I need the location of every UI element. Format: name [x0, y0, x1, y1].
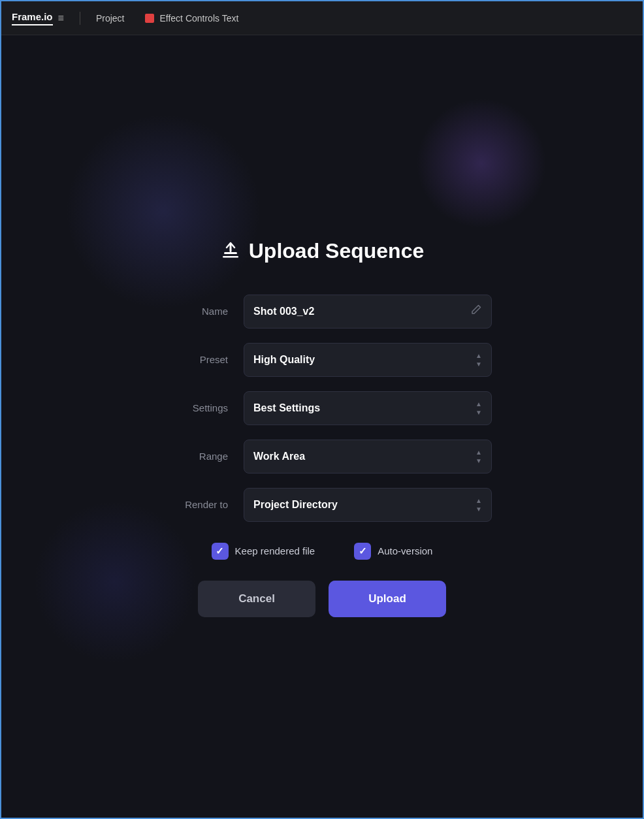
range-spinner[interactable]: ▲ ▼	[475, 449, 482, 464]
auto-version-label: Auto-version	[378, 545, 432, 556]
render-to-label: Render to	[152, 499, 244, 510]
dialog-title-text: Upload Sequence	[249, 239, 425, 263]
range-select[interactable]: Work Area ▲ ▼	[244, 440, 492, 474]
top-bar-divider	[80, 12, 80, 25]
svg-rect-0	[224, 252, 237, 254]
main-area: Upload Sequence Name Shot 003_v2 Preset	[1, 35, 643, 819]
render-to-select[interactable]: Project Directory ▲ ▼	[244, 488, 492, 522]
range-value: Work Area	[253, 451, 475, 462]
effect-controls-group: Effect Controls Text	[145, 13, 238, 24]
svg-rect-2	[223, 256, 238, 258]
settings-value: Best Settings	[253, 402, 475, 414]
render-to-row: Render to Project Directory ▲ ▼	[152, 488, 492, 522]
preset-spinner[interactable]: ▲ ▼	[475, 352, 482, 368]
keep-rendered-checkmark: ✓	[216, 545, 224, 557]
preset-label: Preset	[152, 354, 244, 365]
range-label: Range	[152, 451, 244, 462]
edit-icon[interactable]	[470, 304, 482, 319]
auto-version-checkbox[interactable]: ✓	[354, 543, 371, 560]
checkboxes-row: ✓ Keep rendered file ✓ Auto-version	[126, 543, 518, 560]
keep-rendered-checkbox[interactable]: ✓	[212, 543, 229, 560]
auto-version-checkbox-item: ✓ Auto-version	[354, 543, 432, 560]
name-value: Shot 003_v2	[253, 306, 470, 317]
render-to-spinner[interactable]: ▲ ▼	[475, 497, 482, 513]
project-label[interactable]: Project	[96, 13, 125, 24]
preset-row: Preset High Quality ▲ ▼	[152, 343, 492, 377]
top-bar: Frame.io ≡ Project Effect Controls Text	[1, 1, 643, 35]
arrow-up: ▲	[475, 352, 482, 359]
arrow-up: ▲	[475, 449, 482, 456]
settings-spinner[interactable]: ▲ ▼	[475, 400, 482, 416]
range-row: Range Work Area ▲ ▼	[152, 440, 492, 474]
arrow-up: ▲	[475, 400, 482, 408]
dialog-title-row: Upload Sequence	[126, 239, 518, 263]
upload-dialog: Upload Sequence Name Shot 003_v2 Preset	[126, 226, 518, 630]
settings-row: Settings Best Settings ▲ ▼	[152, 391, 492, 425]
keep-rendered-checkbox-item: ✓ Keep rendered file	[212, 543, 315, 560]
settings-label: Settings	[152, 402, 244, 413]
logo-underline	[12, 24, 53, 25]
arrow-down: ▼	[475, 409, 482, 416]
top-bar-logo-group: Frame.io ≡	[12, 11, 64, 25]
keep-rendered-label: Keep rendered file	[235, 545, 315, 556]
cancel-button[interactable]: Cancel	[198, 581, 315, 617]
arrow-down: ▼	[475, 457, 482, 464]
preset-select[interactable]: High Quality ▲ ▼	[244, 343, 492, 377]
upload-button[interactable]: Upload	[329, 581, 446, 617]
auto-version-checkmark: ✓	[359, 545, 367, 557]
form-section: Name Shot 003_v2 Preset High Quality	[126, 295, 518, 522]
render-to-value: Project Directory	[253, 499, 475, 511]
effect-controls-label: Effect Controls Text	[159, 13, 238, 24]
bg-glow-purple	[416, 98, 547, 229]
name-field[interactable]: Shot 003_v2	[244, 295, 492, 329]
arrow-down: ▼	[475, 361, 482, 368]
name-row: Name Shot 003_v2	[152, 295, 492, 329]
upload-sequence-icon	[220, 239, 241, 263]
name-label: Name	[152, 306, 244, 317]
red-square-icon	[145, 14, 154, 23]
menu-icon[interactable]: ≡	[58, 12, 64, 24]
app-logo-text: Frame.io	[12, 11, 53, 22]
arrow-down: ▼	[475, 506, 482, 513]
arrow-up: ▲	[475, 497, 482, 504]
settings-select[interactable]: Best Settings ▲ ▼	[244, 391, 492, 425]
preset-value: High Quality	[253, 354, 475, 366]
buttons-row: Cancel Upload	[126, 581, 518, 617]
